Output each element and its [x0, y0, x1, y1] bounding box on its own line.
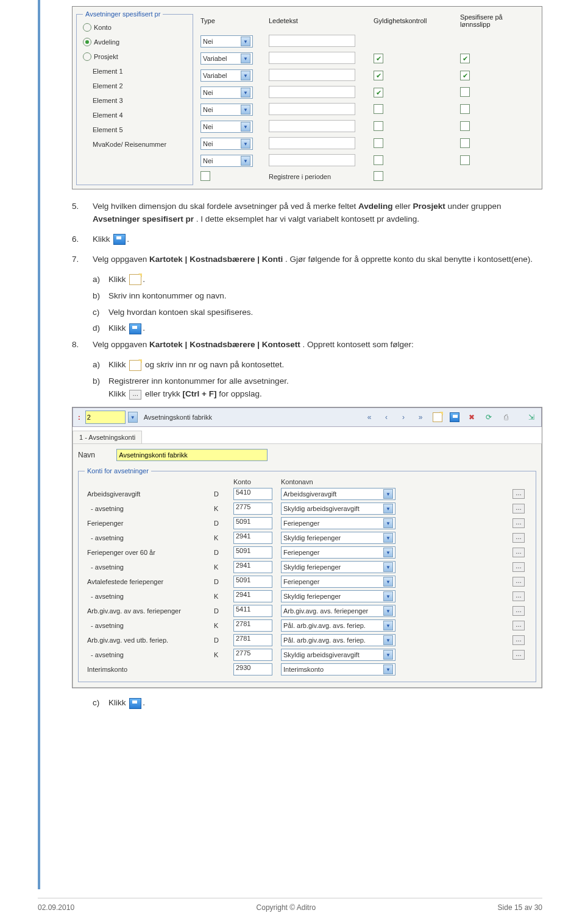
type-select-2[interactable]: Variabel▼	[200, 69, 253, 82]
kontonavn-select[interactable]: Skyldig feriepenger▼	[281, 590, 395, 602]
konto-input[interactable]: 5410	[233, 488, 272, 500]
lookup-button[interactable]	[512, 621, 525, 630]
label-navn: Navn	[78, 451, 115, 459]
type-select-3[interactable]: Nei▼	[200, 86, 253, 99]
chevron-down-icon: ▼	[241, 156, 250, 166]
kontonavn-select[interactable]: Pål. arb.giv.avg. avs. feriep.▼	[281, 634, 395, 646]
konto-input[interactable]: 2941	[233, 532, 272, 544]
konti-dk: D	[211, 604, 231, 618]
tab-avsetningskonti[interactable]: 1 - Avsetningskonti	[73, 431, 142, 443]
new-button[interactable]	[430, 411, 445, 424]
type-select-0[interactable]: Nei▼	[200, 35, 253, 48]
chk-mva[interactable]	[200, 171, 210, 181]
row-element1: Nei▼	[197, 84, 537, 101]
kontonavn-select[interactable]: Feriepenger▼	[281, 576, 395, 588]
ledetekst-1[interactable]	[269, 52, 355, 64]
chk-reg[interactable]	[374, 171, 383, 181]
radio-konto[interactable]: Konto	[83, 20, 186, 35]
konto-input[interactable]: 5091	[233, 517, 272, 529]
chk-spes-3[interactable]	[460, 87, 470, 97]
kontonavn-select[interactable]: Pål. arb.giv.avg. avs. feriep.▼	[281, 619, 395, 632]
ledetekst-6[interactable]	[269, 137, 355, 149]
ledetekst-2[interactable]	[269, 69, 355, 81]
type-select-4[interactable]: Nei▼	[200, 104, 253, 116]
ledetekst-0[interactable]	[269, 35, 355, 47]
chk-gyld-1[interactable]	[374, 54, 383, 63]
refresh-button[interactable]: ⟳	[481, 411, 496, 424]
lookup-button[interactable]	[512, 533, 525, 543]
record-id-field[interactable]	[85, 411, 126, 424]
lookup-button[interactable]	[512, 606, 525, 616]
kontonavn-select[interactable]: Skyldig arbeidsgiveravgift▼	[281, 649, 395, 661]
last-button[interactable]: »	[413, 411, 428, 424]
konto-input[interactable]: 2775	[233, 503, 272, 515]
print-button[interactable]: ⎙	[498, 411, 513, 424]
navn-field[interactable]	[116, 449, 268, 461]
konti-row: ArbeidsgiveravgiftD5410Arbeidsgiveravgif…	[85, 487, 530, 501]
lookup-button[interactable]	[512, 518, 525, 528]
konti-label: Feriepenger over 60 år	[85, 545, 211, 560]
chk-spes-4[interactable]	[460, 104, 470, 114]
chevron-down-icon[interactable]: ▼	[128, 412, 138, 423]
fieldset-avsetninger-spesifisert: Avsetninger spesifisert pr Konto Avdelin…	[76, 10, 193, 185]
type-select-1[interactable]: Variabel▼	[200, 52, 253, 65]
konto-input[interactable]: 5411	[233, 605, 272, 617]
lookup-button[interactable]	[512, 504, 525, 513]
konto-input[interactable]: 2781	[233, 619, 272, 632]
kontonavn-select[interactable]: Interimskonto▼	[281, 663, 395, 675]
konto-input[interactable]: 2941	[233, 590, 272, 602]
ledetekst-4[interactable]	[269, 103, 355, 115]
kontonavn-select[interactable]: Skyldig feriepenger▼	[281, 532, 395, 544]
radio-prosjekt[interactable]: Prosjekt	[83, 49, 186, 64]
footer-page: Side 15 av 30	[498, 903, 542, 912]
lookup-button[interactable]	[512, 548, 525, 557]
chk-gyld-6[interactable]	[374, 138, 383, 148]
lookup-button[interactable]	[512, 650, 525, 660]
konti-dk: K	[211, 647, 231, 662]
ledetekst-7[interactable]	[269, 154, 355, 166]
first-button[interactable]: «	[362, 411, 377, 424]
chk-spes-2[interactable]	[460, 71, 470, 80]
chk-gyld-7[interactable]	[374, 155, 383, 165]
prev-button[interactable]: ‹	[379, 411, 394, 424]
chk-gyld-4[interactable]	[374, 104, 383, 114]
save-button[interactable]	[447, 411, 462, 424]
konto-input[interactable]: 2930	[233, 663, 272, 675]
row-konto: Nei▼	[197, 33, 537, 50]
kontonavn-select[interactable]: Arbeidsgiveravgift▼	[281, 488, 395, 500]
lookup-button[interactable]	[512, 591, 525, 601]
chk-spes-7[interactable]	[460, 155, 470, 165]
kontonavn-select[interactable]: Skyldig feriepenger▼	[281, 561, 395, 573]
lookup-button[interactable]	[512, 577, 525, 587]
konto-input[interactable]: 5091	[233, 546, 272, 559]
type-select-5[interactable]: Nei▼	[200, 121, 253, 133]
chk-gyld-5[interactable]	[374, 121, 383, 131]
kontonavn-select[interactable]: Feriepenger▼	[281, 517, 395, 529]
konto-input[interactable]: 2781	[233, 634, 272, 646]
kontonavn-select[interactable]: Arb.giv.avg. avs. feriepenger▼	[281, 605, 395, 617]
chk-spes-1[interactable]	[460, 54, 470, 63]
chevron-down-icon: ▼	[241, 71, 250, 80]
lookup-button[interactable]	[512, 562, 525, 572]
konto-input[interactable]: 5091	[233, 576, 272, 588]
next-button[interactable]: ›	[396, 411, 411, 424]
kontonavn-select[interactable]: Feriepenger▼	[281, 546, 395, 559]
chevron-down-icon: ▼	[241, 37, 250, 46]
chk-gyld-3[interactable]	[374, 88, 383, 97]
chk-spes-5[interactable]	[460, 121, 470, 131]
lookup-button[interactable]	[512, 635, 525, 645]
radio-avdeling[interactable]: Avdeling	[83, 35, 186, 49]
kontonavn-select[interactable]: Skyldig arbeidsgiveravgift▼	[281, 503, 395, 515]
ledetekst-3[interactable]	[269, 86, 355, 98]
lookup-button[interactable]	[512, 489, 525, 499]
delete-button[interactable]: ✖	[464, 411, 479, 424]
type-select-6[interactable]: Nei▼	[200, 138, 253, 150]
export-button[interactable]: ⇲	[524, 411, 539, 424]
ledetekst-5[interactable]	[269, 120, 355, 132]
chk-spes-6[interactable]	[460, 138, 470, 148]
konti-row: - avsetningK2775Skyldig arbeidsgiveravgi…	[85, 501, 530, 516]
type-select-7[interactable]: Nei▼	[200, 155, 253, 167]
chk-gyld-2[interactable]	[374, 71, 383, 80]
konto-input[interactable]: 2775	[233, 649, 272, 661]
konto-input[interactable]: 2941	[233, 561, 272, 573]
